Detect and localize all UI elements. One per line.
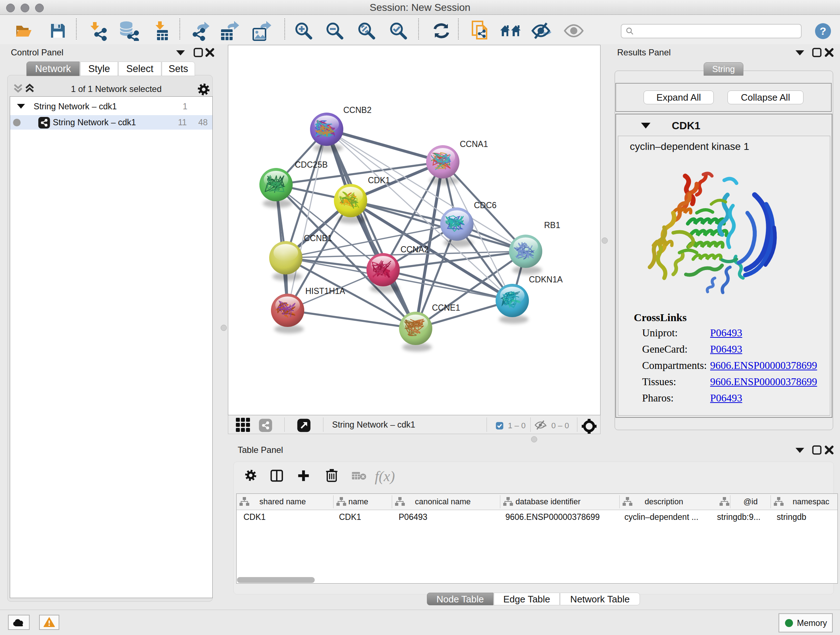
svg-text:CDK1: CDK1 xyxy=(368,176,390,185)
svg-text:?: ? xyxy=(820,25,826,37)
svg-text:CCNA1: CCNA1 xyxy=(460,139,488,149)
svg-text:RB1: RB1 xyxy=(544,220,561,230)
svg-text:CDC25B: CDC25B xyxy=(295,160,328,169)
svg-text:CCNB2: CCNB2 xyxy=(343,105,371,115)
svg-text:CCNA2: CCNA2 xyxy=(401,245,429,254)
svg-text:CCNE1: CCNE1 xyxy=(432,303,460,312)
svg-text:CDC6: CDC6 xyxy=(474,201,497,210)
svg-text:HIST1H1A: HIST1H1A xyxy=(305,287,346,296)
svg-text:CCNB1: CCNB1 xyxy=(304,233,332,243)
svg-text:CDKN1A: CDKN1A xyxy=(529,275,563,284)
